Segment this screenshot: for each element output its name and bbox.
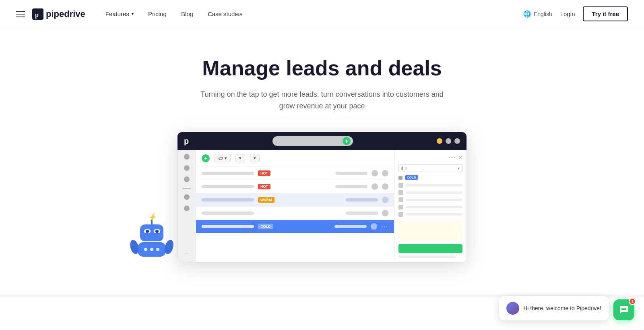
hot-tag: HOT	[258, 170, 270, 176]
leads-filter-1[interactable]: ▾	[235, 154, 245, 162]
lead-action-icon	[382, 210, 388, 216]
panel-extra-line	[398, 255, 456, 258]
panel-action-button[interactable]	[398, 244, 462, 253]
sidebar-nav-dot-5	[184, 205, 190, 211]
navbar: p pipedrive Features ▾ Pricing Blog Case…	[0, 0, 644, 28]
globe-icon: 🌐	[523, 10, 531, 18]
window-body: ··· + 🏷 ▾ ▾	[178, 150, 466, 262]
dot-yellow	[437, 138, 442, 144]
window-traffic-lights	[437, 138, 460, 144]
panel-field-line-5	[406, 213, 462, 216]
lead-name-bar	[202, 212, 254, 215]
svg-point-10	[144, 248, 147, 251]
panel-field-line-1	[406, 184, 462, 187]
dropdown-arrow-icon: ▾	[458, 166, 460, 170]
nav-right: 🌐 English Login Try it free	[523, 6, 628, 21]
nav-pricing[interactable]: Pricing	[148, 10, 167, 17]
dashboard-illustration: ⚡	[141, 132, 503, 262]
logo-text: pipedrive	[46, 9, 85, 19]
svg-rect-3	[151, 220, 153, 224]
panel-field-icon-3	[398, 197, 403, 202]
tag-icon-small	[398, 176, 402, 180]
panel-icon-line	[398, 212, 462, 217]
nav-blog[interactable]: Blog	[181, 10, 193, 17]
lead-avatar-icon	[371, 223, 377, 230]
login-link[interactable]: Login	[560, 10, 575, 17]
more-options-icon[interactable]: ···	[381, 223, 388, 230]
panel-field-icon-4	[398, 205, 403, 210]
hamburger-menu[interactable]	[16, 11, 25, 17]
chat-widget: Hi there, welcome to Pipedrive! 1	[499, 296, 634, 298]
hero-subtitle: Turning on the tap to get more leads, tu…	[197, 89, 447, 112]
sidebar-nav-dot-3	[184, 176, 190, 182]
leads-filter-2[interactable]: ▾	[250, 154, 260, 162]
window-search-bar: +	[272, 136, 353, 146]
nav-case-studies[interactable]: Case studies	[208, 10, 243, 17]
panel-header: ··· ✕	[398, 154, 462, 161]
svg-point-12	[156, 248, 159, 251]
tag-icon: 🏷	[218, 156, 223, 161]
table-row: HOT	[196, 167, 394, 180]
filter-arrow-1: ▾	[225, 156, 227, 161]
panel-field-icon-5	[398, 212, 403, 217]
window-sidebar: ···	[178, 150, 196, 262]
sidebar-nav-dot-2	[184, 165, 190, 171]
leads-add-button[interactable]: +	[202, 154, 210, 162]
panel-icon-line	[398, 205, 462, 210]
panel-person-field: ▾	[398, 164, 462, 172]
table-row: HOT	[196, 180, 394, 193]
language-selector[interactable]: 🌐 English	[523, 10, 552, 18]
svg-text:⚡: ⚡	[148, 213, 157, 222]
dashboard-window: p +	[177, 132, 467, 262]
try-it-free-button[interactable]: Try it free	[583, 6, 628, 21]
cold-badge: COLD	[405, 175, 418, 180]
leads-area: + 🏷 ▾ ▾ ▾	[196, 150, 394, 253]
lead-name-bar	[202, 172, 254, 175]
table-row	[196, 207, 394, 220]
panel-close-icon[interactable]: ✕	[458, 155, 462, 160]
lead-avatar-icon	[372, 170, 378, 176]
chat-bubble: Hi there, welcome to Pipedrive!	[499, 296, 609, 298]
table-row-selected: COLD ···	[196, 220, 394, 233]
panel-icon-rows	[398, 183, 462, 217]
leads-toolbar: + 🏷 ▾ ▾ ▾	[196, 150, 394, 167]
window-titlebar: p +	[178, 132, 466, 150]
svg-point-8	[155, 230, 159, 233]
hero-section: Manage leads and deals Turning on the ta…	[0, 28, 644, 278]
dot-gray2	[454, 138, 460, 144]
lead-action-icon	[382, 183, 388, 190]
hero-title: Manage leads and deals	[8, 56, 636, 81]
sidebar-nav-line	[183, 188, 191, 189]
filter-arrow-2: ▾	[239, 156, 242, 161]
leads-filter-tags[interactable]: 🏷 ▾	[215, 154, 231, 162]
cold-tag-row: COLD	[398, 175, 462, 180]
person-name-bar	[405, 167, 407, 170]
language-label: English	[534, 11, 552, 17]
leads-main-area: + 🏷 ▾ ▾ ▾	[196, 150, 394, 262]
svg-point-7	[146, 230, 149, 233]
panel-icon-line	[398, 183, 462, 188]
cold-tag: COLD	[258, 224, 273, 229]
window-logo-icon: p	[184, 137, 188, 146]
lead-avatar-icon	[372, 183, 378, 190]
panel-field-line-3	[406, 199, 462, 201]
lead-name-bar	[202, 225, 254, 228]
lead-name-bar	[202, 185, 254, 188]
sidebar-more-icon: ···	[185, 251, 188, 258]
svg-point-11	[150, 248, 153, 251]
svg-text:p: p	[35, 11, 39, 19]
hot-tag: HOT	[258, 184, 270, 189]
window-search-button[interactable]: +	[343, 137, 351, 145]
lead-value-bar	[335, 172, 367, 175]
panel-more-icon[interactable]: ···	[448, 154, 456, 161]
lead-name-bar	[202, 198, 254, 201]
sidebar-nav-dot-1	[184, 154, 190, 160]
filter-arrow-3: ▾	[254, 156, 256, 161]
lead-action-icon	[382, 197, 388, 203]
lead-value-bar	[346, 198, 378, 201]
panel-person-dropdown[interactable]: ▾	[398, 164, 462, 172]
panel-field-icon-1	[398, 183, 403, 188]
nav-features[interactable]: Features ▾	[105, 10, 134, 17]
logo[interactable]: p pipedrive	[32, 8, 85, 20]
lead-value-bar	[335, 185, 367, 188]
